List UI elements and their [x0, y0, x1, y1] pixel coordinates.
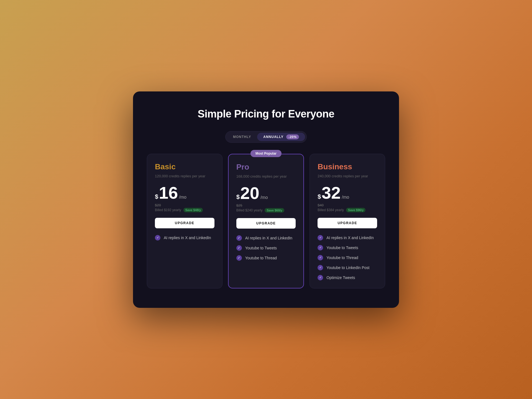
business-plan-name: Business [318, 162, 377, 171]
business-price-period: /mo [342, 195, 349, 200]
business-plan-card: Business 240,000 credits replies per yea… [310, 154, 385, 288]
most-popular-badge: Most Popular [250, 150, 282, 157]
annually-option[interactable]: ANNUALLY -20% [257, 133, 305, 141]
pro-save-badge: Save $60/y [265, 208, 284, 213]
pro-upgrade-button[interactable]: UPGRADE [236, 218, 296, 229]
pro-billing-info: Billed $240 yearly Save $60/y [236, 208, 296, 213]
pro-price-dollar: $ [236, 193, 240, 201]
check-icon: ✓ [318, 245, 323, 250]
check-icon: ✓ [236, 235, 242, 241]
list-item: ✓ Youtube to Thread [318, 255, 377, 260]
business-price-dollar: $ [318, 193, 321, 200]
pro-plan-card: Most Popular Pro 168,000 credits replies… [228, 154, 304, 288]
list-item: ✓ AI replies in X and LinkedIn [236, 235, 296, 241]
pro-plan-name: Pro [236, 163, 296, 172]
business-save-badge: Save $96/y [346, 208, 365, 212]
pro-plan-credits: 168,000 credits replies per year [236, 174, 296, 178]
check-icon: ✓ [155, 235, 160, 241]
list-item: ✓ Optimize Tweets [318, 275, 377, 280]
basic-upgrade-button[interactable]: UPGRADE [155, 218, 214, 228]
business-upgrade-button[interactable]: UPGRADE [318, 218, 377, 228]
business-price-original: $40 [318, 203, 377, 207]
list-item: ✓ Youtube to Thread [236, 255, 296, 261]
pricing-card: Simple Pricing for Everyone MONTHLY ANNU… [133, 91, 399, 308]
monthly-option[interactable]: MONTHLY [227, 133, 257, 141]
business-billing-info: Billed $384 yearly Save $96/y [318, 208, 377, 212]
check-icon: ✓ [236, 255, 242, 261]
pro-price-amount: 20 [240, 185, 259, 202]
basic-price-amount: 16 [159, 184, 178, 201]
check-icon: ✓ [318, 255, 323, 260]
basic-price-dollar: $ [155, 193, 158, 200]
list-item: ✓ Youtube to Tweets [236, 245, 296, 251]
plans-container: Basic 120,000 credits replies per year $… [147, 154, 385, 288]
basic-billing-info: Billed $192 yearly Save $48/y [155, 208, 214, 212]
list-item: ✓ Youtube to LinkedIn Post [318, 265, 377, 270]
pro-features-list: ✓ AI replies in X and LinkedIn ✓ Youtube… [236, 235, 296, 261]
basic-save-badge: Save $48/y [183, 208, 203, 212]
pro-price-original: $25 [236, 203, 296, 208]
basic-price-original: $20 [155, 203, 214, 207]
page-title: Simple Pricing for Everyone [147, 108, 385, 120]
discount-badge: -20% [286, 134, 299, 139]
list-item: ✓ AI replies in X and LinkedIn [318, 235, 377, 241]
basic-plan-name: Basic [155, 162, 214, 171]
billing-toggle: MONTHLY ANNUALLY -20% [147, 131, 385, 143]
business-price-row: $ 32 /mo [318, 184, 377, 201]
business-features-list: ✓ AI replies in X and LinkedIn ✓ Youtube… [318, 235, 377, 280]
check-icon: ✓ [236, 245, 242, 251]
basic-plan-card: Basic 120,000 credits replies per year $… [147, 154, 222, 288]
check-icon: ✓ [318, 265, 323, 270]
check-icon: ✓ [318, 275, 323, 280]
list-item: ✓ AI replies in X and LinkedIn [155, 235, 214, 241]
list-item: ✓ Youtube to Tweets [318, 245, 377, 250]
basic-plan-credits: 120,000 credits replies per year [155, 174, 214, 178]
pro-price-row: $ 20 /mo [236, 185, 296, 202]
business-price-amount: 32 [322, 184, 341, 201]
toggle-container[interactable]: MONTHLY ANNUALLY -20% [225, 131, 307, 143]
pro-price-period: /mo [260, 195, 268, 200]
check-icon: ✓ [318, 235, 323, 241]
basic-price-period: /mo [179, 195, 186, 200]
basic-features-list: ✓ AI replies in X and LinkedIn [155, 235, 214, 241]
business-plan-credits: 240,000 credits replies per year [318, 174, 377, 178]
basic-price-row: $ 16 /mo [155, 184, 214, 201]
